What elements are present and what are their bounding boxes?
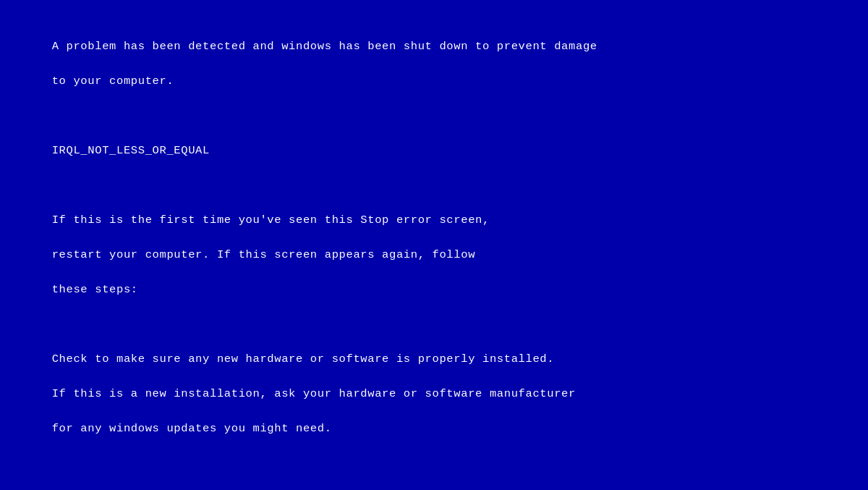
para1-line3: these steps: (52, 283, 138, 296)
para2-line2: If this is a new installation, ask your … (52, 387, 576, 400)
para2-line1: Check to make sure any new hardware or s… (52, 352, 555, 366)
header-line2: to your computer. (52, 75, 174, 88)
para1-line2: restart your computer. If this screen ap… (52, 248, 475, 261)
header-line1: A problem has been detected and windows … (52, 40, 597, 53)
error-code: IRQL_NOT_LESS_OR_EQUAL (52, 144, 210, 157)
bsod-screen: A problem has been detected and windows … (0, 0, 868, 490)
para1-line1: If this is the first time you've seen th… (52, 214, 490, 227)
para2-line3: for any windows updates you might need. (52, 422, 332, 435)
